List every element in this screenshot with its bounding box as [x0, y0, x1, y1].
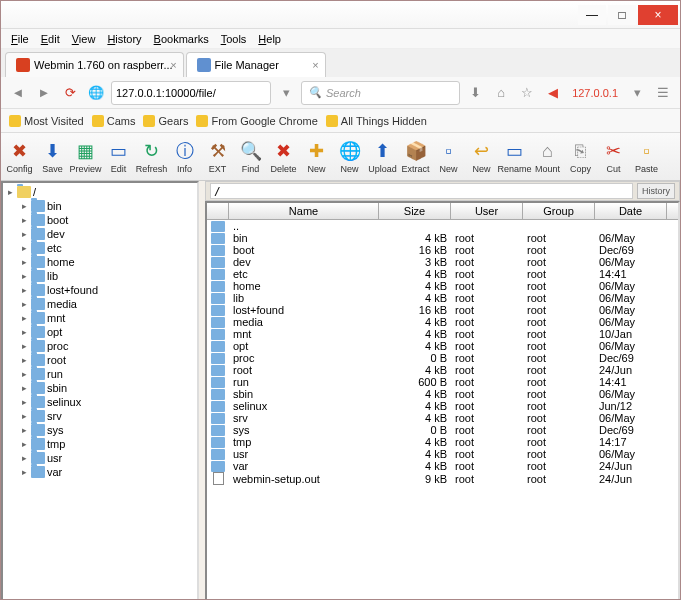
col-group[interactable]: Group — [523, 203, 595, 219]
file-row[interactable]: bin4 kBrootroot06/May — [207, 232, 678, 244]
expand-icon[interactable]: ▸ — [19, 383, 29, 393]
file-row[interactable]: selinux4 kBrootrootJun/12 — [207, 400, 678, 412]
file-row[interactable]: webmin-setup.out9 kBrootroot24/Jun — [207, 472, 678, 485]
col-date[interactable]: Date — [595, 203, 667, 219]
file-row[interactable]: var4 kBrootroot24/Jun — [207, 460, 678, 472]
toolbar-delete-button[interactable]: ✖Delete — [267, 135, 300, 179]
window-close-button[interactable]: × — [638, 5, 678, 25]
toolbar-ext-button[interactable]: ⚒EXT — [201, 135, 234, 179]
file-row[interactable]: opt4 kBrootroot06/May — [207, 340, 678, 352]
file-row[interactable]: tmp4 kBrootroot14:17 — [207, 436, 678, 448]
toolbar-cut-button[interactable]: ✂Cut — [597, 135, 630, 179]
hamburger-icon[interactable]: ☰ — [652, 82, 674, 104]
menu-help[interactable]: Help — [254, 31, 285, 47]
file-row[interactable]: dev3 kBrootroot06/May — [207, 256, 678, 268]
menu-tools[interactable]: Tools — [217, 31, 251, 47]
toolbar-new-button[interactable]: ▫New — [432, 135, 465, 179]
toolbar-refresh-button[interactable]: ↻Refresh — [135, 135, 168, 179]
expand-icon[interactable]: ▸ — [19, 313, 29, 323]
nav-forward-button[interactable]: ► — [33, 82, 55, 104]
tree-item[interactable]: ▸root — [5, 353, 195, 367]
file-row[interactable]: home4 kBrootroot06/May — [207, 280, 678, 292]
expand-icon[interactable]: ▸ — [19, 271, 29, 281]
expand-icon[interactable]: ▸ — [19, 439, 29, 449]
toolbar-edit-button[interactable]: ▭Edit — [102, 135, 135, 179]
file-row[interactable]: root4 kBrootroot24/Jun — [207, 364, 678, 376]
window-maximize-button[interactable]: □ — [608, 5, 636, 25]
expand-icon[interactable]: ▸ — [19, 453, 29, 463]
tree-item[interactable]: ▸dev — [5, 227, 195, 241]
tree-item[interactable]: ▸mnt — [5, 311, 195, 325]
tab-close-icon[interactable]: × — [312, 59, 318, 71]
expand-icon[interactable]: ▸ — [19, 369, 29, 379]
tree-item[interactable]: ▸selinux — [5, 395, 195, 409]
path-input[interactable] — [210, 183, 633, 199]
folder-tree[interactable]: ▸/▸bin▸boot▸dev▸etc▸home▸lib▸lost+found▸… — [1, 181, 199, 600]
col-user[interactable]: User — [451, 203, 523, 219]
toolbar-info-button[interactable]: ⓘInfo — [168, 135, 201, 179]
menu-file[interactable]: File — [7, 31, 33, 47]
toolbar-rename-button[interactable]: ▭Rename — [498, 135, 531, 179]
history-button[interactable]: History — [637, 183, 675, 199]
toolbar-new-button[interactable]: ↩New — [465, 135, 498, 179]
menu-bookmarks[interactable]: Bookmarks — [150, 31, 213, 47]
expand-icon[interactable]: ▸ — [19, 425, 29, 435]
file-row[interactable]: .. — [207, 220, 678, 232]
expand-icon[interactable]: ▸ — [19, 467, 29, 477]
search-input[interactable]: 🔍Search — [301, 81, 460, 105]
browser-tab[interactable]: File Manager× — [186, 52, 326, 77]
file-row[interactable]: etc4 kBrootroot14:41 — [207, 268, 678, 280]
tree-item[interactable]: ▸sbin — [5, 381, 195, 395]
tree-item[interactable]: ▸etc — [5, 241, 195, 255]
bookmark-item[interactable]: Cams — [92, 115, 136, 127]
home-icon[interactable]: ⌂ — [490, 82, 512, 104]
file-row[interactable]: lib4 kBrootroot06/May — [207, 292, 678, 304]
toolbar-copy-button[interactable]: ⎘Copy — [564, 135, 597, 179]
tab-close-icon[interactable]: × — [170, 59, 176, 71]
file-row[interactable]: boot16 kBrootrootDec/69 — [207, 244, 678, 256]
window-minimize-button[interactable]: — — [578, 5, 606, 25]
expand-icon[interactable]: ▸ — [19, 243, 29, 253]
bookmark-item[interactable]: Gears — [143, 115, 188, 127]
expand-icon[interactable]: ▸ — [5, 187, 15, 197]
tree-item[interactable]: ▸run — [5, 367, 195, 381]
tree-item[interactable]: ▸usr — [5, 451, 195, 465]
toolbar-new-button[interactable]: 🌐New — [333, 135, 366, 179]
tree-root[interactable]: ▸/ — [5, 185, 195, 199]
tree-item[interactable]: ▸lib — [5, 269, 195, 283]
expand-icon[interactable]: ▸ — [19, 327, 29, 337]
expand-icon[interactable]: ▸ — [19, 299, 29, 309]
expand-icon[interactable]: ▸ — [19, 201, 29, 211]
downloads-icon[interactable]: ⬇ — [464, 82, 486, 104]
toolbar-save-button[interactable]: ⬇Save — [36, 135, 69, 179]
bookmark-item[interactable]: Most Visited — [9, 115, 84, 127]
col-size[interactable]: Size — [379, 203, 451, 219]
expand-icon[interactable]: ▸ — [19, 257, 29, 267]
expand-icon[interactable]: ▸ — [19, 341, 29, 351]
file-row[interactable]: mnt4 kBrootroot10/Jan — [207, 328, 678, 340]
file-row[interactable]: sbin4 kBrootroot06/May — [207, 388, 678, 400]
toolbar-mount-button[interactable]: ⌂Mount — [531, 135, 564, 179]
file-list[interactable]: Name Size User Group Date ..bin4 kBrootr… — [205, 201, 680, 600]
expand-icon[interactable]: ▸ — [19, 229, 29, 239]
toolbar-paste-button[interactable]: ▫Paste — [630, 135, 663, 179]
expand-icon[interactable]: ▸ — [19, 411, 29, 421]
bookmark-item[interactable]: From Google Chrome — [196, 115, 317, 127]
location-icon[interactable]: ◀ — [542, 82, 564, 104]
tree-item[interactable]: ▸srv — [5, 409, 195, 423]
toolbar-upload-button[interactable]: ⬆Upload — [366, 135, 399, 179]
menu-history[interactable]: History — [103, 31, 145, 47]
expand-icon[interactable]: ▸ — [19, 397, 29, 407]
tree-item[interactable]: ▸tmp — [5, 437, 195, 451]
file-row[interactable]: sys0 BrootrootDec/69 — [207, 424, 678, 436]
reload-button[interactable]: ⟳ — [59, 82, 81, 104]
file-row[interactable]: srv4 kBrootroot06/May — [207, 412, 678, 424]
file-row[interactable]: media4 kBrootroot06/May — [207, 316, 678, 328]
menu-edit[interactable]: Edit — [37, 31, 64, 47]
file-row[interactable]: lost+found16 kBrootroot06/May — [207, 304, 678, 316]
tree-item[interactable]: ▸lost+found — [5, 283, 195, 297]
expand-icon[interactable]: ▸ — [19, 215, 29, 225]
tree-item[interactable]: ▸opt — [5, 325, 195, 339]
file-row[interactable]: proc0 BrootrootDec/69 — [207, 352, 678, 364]
expand-icon[interactable]: ▸ — [19, 355, 29, 365]
